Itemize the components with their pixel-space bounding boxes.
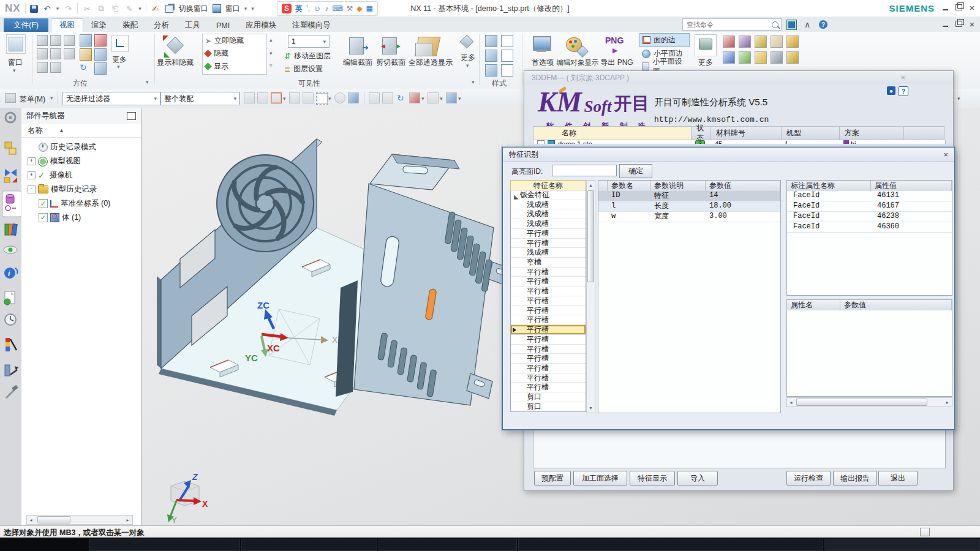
feature-row[interactable]: 平行槽 bbox=[511, 277, 586, 287]
more2-label[interactable]: 更多 bbox=[456, 53, 480, 63]
feature-row[interactable]: 窄槽 bbox=[511, 258, 586, 268]
tree-item[interactable]: ✓体 (1) bbox=[21, 211, 141, 225]
close-button[interactable]: × bbox=[965, 2, 979, 13]
attr-row[interactable]: FaceId46167 bbox=[787, 201, 952, 212]
zoom-view-icon[interactable] bbox=[80, 34, 92, 47]
job-col-机型[interactable]: 机型 bbox=[782, 126, 840, 140]
solid-select-icon[interactable] bbox=[348, 92, 359, 103]
move-to-layer-button[interactable]: ⇵移动至图层 bbox=[284, 51, 331, 61]
pan-icon[interactable] bbox=[80, 48, 92, 61]
selection-scope-combo[interactable]: 整个装配▾ bbox=[160, 92, 240, 105]
tree-item[interactable]: ✓基准坐标系 (0) bbox=[21, 197, 141, 211]
clock-icon[interactable] bbox=[5, 314, 16, 325]
feature-root-row[interactable]: 钣金特征 bbox=[511, 190, 586, 200]
feature-row[interactable]: 平行槽 bbox=[511, 315, 586, 325]
panel-pin-icon[interactable] bbox=[127, 112, 136, 120]
style-studio-icon[interactable] bbox=[485, 64, 497, 77]
doc-close-button[interactable]: × bbox=[965, 18, 979, 29]
show-hide-icon[interactable] bbox=[163, 36, 187, 58]
more3-icon[interactable] bbox=[695, 34, 717, 56]
expand-icon[interactable]: - bbox=[28, 186, 36, 193]
tab-file[interactable]: 文件(F) bbox=[4, 18, 48, 32]
feature-row[interactable]: 平行槽 bbox=[511, 364, 586, 373]
rotate-tool-icon[interactable]: ↻ bbox=[397, 93, 404, 103]
attr-row[interactable]: FaceId46360 bbox=[787, 222, 952, 233]
cabinet-icon[interactable] bbox=[755, 36, 767, 48]
see-through-label[interactable]: 全部通透显示 bbox=[404, 59, 457, 67]
feature-row[interactable]: 浅成槽 bbox=[511, 209, 586, 219]
attr2-header-1[interactable]: 参数值 bbox=[840, 300, 952, 310]
blocks-icon[interactable] bbox=[786, 36, 799, 48]
sphere-select-icon[interactable] bbox=[334, 92, 345, 103]
tab-装配[interactable]: 装配 bbox=[115, 19, 146, 32]
feature-row[interactable]: 平行槽 bbox=[511, 239, 586, 249]
png-icon[interactable]: PNG bbox=[605, 36, 624, 45]
feature-row[interactable]: 平行槽 bbox=[511, 296, 586, 306]
job-col-名称[interactable]: 名称 bbox=[533, 126, 692, 140]
partnav-hscrollbar[interactable]: ◂ ▸ bbox=[26, 515, 133, 525]
style-wireframe-icon[interactable] bbox=[501, 35, 513, 47]
assembly-navigator-icon[interactable] bbox=[5, 142, 16, 154]
style-facet-icon[interactable] bbox=[501, 64, 513, 77]
tree-item[interactable]: -模型历史记录 bbox=[21, 182, 141, 197]
输出报告-button[interactable]: 输出报告 bbox=[833, 471, 877, 485]
view-right-icon[interactable] bbox=[64, 48, 75, 59]
dfm-user-icon[interactable]: ● bbox=[887, 86, 895, 95]
edit-section-icon[interactable]: ➜ bbox=[348, 35, 369, 57]
退出-button[interactable]: 退出 bbox=[878, 471, 918, 485]
view-front-icon[interactable] bbox=[50, 35, 61, 46]
view-left-icon[interactable] bbox=[37, 48, 48, 59]
panel-down-icon[interactable]: ▾ bbox=[270, 50, 273, 56]
view-trimetric-icon[interactable] bbox=[37, 35, 48, 46]
snap-point-icon[interactable] bbox=[244, 92, 255, 103]
annotation-icon[interactable] bbox=[723, 36, 735, 48]
web-browser-icon[interactable]: i bbox=[4, 268, 18, 279]
job-col-材料牌号[interactable]: 材料牌号 bbox=[711, 126, 782, 140]
tab-应用模块[interactable]: 应用模块 bbox=[238, 19, 284, 32]
fullscreen-icon[interactable] bbox=[785, 19, 797, 31]
perspective-icon[interactable] bbox=[94, 62, 107, 75]
machining-wizard-icon[interactable] bbox=[5, 365, 18, 376]
attr-header-1[interactable]: 属性值 bbox=[871, 181, 952, 191]
预配置-button[interactable]: 预配置 bbox=[534, 471, 571, 485]
style-hidden-edges-icon[interactable] bbox=[501, 50, 513, 62]
restore-button[interactable] bbox=[952, 2, 965, 13]
feature-row[interactable]: 浅成槽 bbox=[511, 248, 586, 258]
ok-button[interactable]: 确定 bbox=[619, 164, 652, 178]
tab-PMI[interactable]: PMI bbox=[208, 19, 238, 32]
feature-row[interactable]: 平行槽 bbox=[511, 325, 586, 335]
mail-icon[interactable] bbox=[771, 36, 783, 48]
加工面选择-button[interactable]: 加工面选择 bbox=[573, 471, 627, 485]
job-name-cell[interactable]: demo-1-stp bbox=[533, 140, 695, 144]
edit-object-display-label[interactable]: 编辑对象显示 bbox=[555, 59, 600, 67]
hammer-tools-icon[interactable] bbox=[6, 385, 18, 398]
dialog-title-bar[interactable]: 特征识别 × bbox=[503, 148, 954, 162]
tab-工具[interactable]: 工具 bbox=[177, 19, 208, 32]
tree-icon[interactable] bbox=[739, 51, 751, 64]
clip-section-icon[interactable]: ◄ ► bbox=[381, 35, 402, 57]
attr-row[interactable]: FaceId46238 bbox=[787, 212, 952, 222]
see-through-icon[interactable] bbox=[415, 36, 441, 56]
attr2-header-0[interactable]: 属性名 bbox=[787, 300, 840, 310]
show-item[interactable]: 显示 bbox=[203, 60, 266, 73]
dfm-close-icon[interactable]: × bbox=[900, 73, 905, 82]
job-col-方案[interactable]: 方案 bbox=[840, 126, 904, 140]
job-checkbox[interactable] bbox=[537, 140, 545, 144]
menu-button[interactable]: 菜单(M) bbox=[20, 94, 45, 105]
param-row[interactable]: ID特征14 bbox=[598, 191, 780, 201]
zoom-tool-icon[interactable] bbox=[369, 92, 380, 103]
attr-row[interactable]: FaceId46131 bbox=[787, 191, 952, 201]
windows-taskbar[interactable] bbox=[0, 538, 980, 551]
layers2-icon[interactable] bbox=[755, 51, 767, 64]
expand-icon[interactable]: + bbox=[28, 157, 36, 165]
window-big-button[interactable] bbox=[6, 34, 26, 54]
panel-expand-icon[interactable]: ▿ bbox=[270, 62, 273, 69]
rotate-icon[interactable] bbox=[94, 48, 107, 61]
view-isometric-icon[interactable] bbox=[64, 35, 75, 46]
preferences-icon[interactable] bbox=[532, 35, 554, 56]
feature-row[interactable]: 平行槽 bbox=[511, 383, 586, 392]
tab-视图[interactable]: 视图 bbox=[51, 18, 83, 32]
name-column-header[interactable]: 名称▲ bbox=[21, 124, 141, 138]
param-row[interactable]: l长度18.00 bbox=[598, 201, 780, 212]
job-col-状态[interactable]: 状态 bbox=[692, 126, 711, 140]
